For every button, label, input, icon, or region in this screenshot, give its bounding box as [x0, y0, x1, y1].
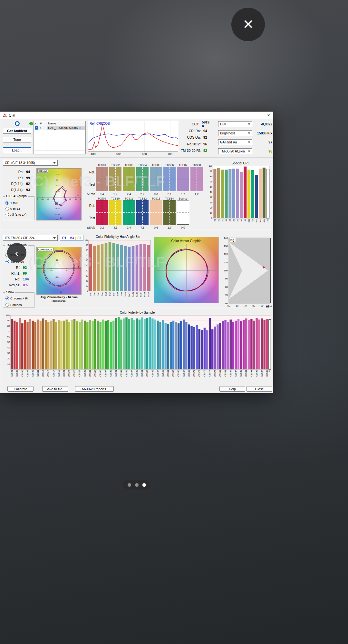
alert-icon: !	[136, 216, 149, 220]
overlay-back-button[interactable]: ‹	[7, 243, 26, 262]
tm30-standard-dropdown[interactable]: IES TM-30 / CIE 224	[3, 235, 58, 241]
dropdown[interactable]: TM-30-20 Rf,skin	[218, 148, 252, 154]
svg-text:CES19: CES19	[58, 370, 60, 377]
close-button[interactable]: Close	[247, 386, 272, 392]
bar-Bin 3	[97, 245, 100, 291]
svg-text:R1: R1	[214, 219, 216, 221]
svg-text:a': a'	[78, 266, 80, 268]
bar-53	[149, 317, 151, 369]
svg-text:60: 60	[210, 186, 213, 188]
window-close-icon[interactable]: ✕	[267, 113, 270, 118]
bar-9	[34, 322, 36, 369]
svg-text:R4: R4	[225, 219, 227, 221]
svg-text:Bin 2: Bin 2	[93, 291, 95, 296]
checkbox-checked-icon[interactable]: ✓	[35, 126, 38, 130]
bar-67	[185, 322, 187, 369]
bar-84	[230, 319, 232, 369]
bar-12	[42, 318, 44, 369]
page-dot-1[interactable]	[128, 483, 131, 487]
summary-stat-row: CRI Ra:94	[161, 128, 212, 134]
svg-text:CES51: CES51	[141, 370, 143, 377]
title-bar[interactable]: CRI ✕	[0, 112, 273, 119]
tcs-delta-value: 0,6	[150, 226, 162, 229]
svg-text:R3: R3	[222, 219, 224, 221]
table-row-empty[interactable]	[34, 151, 85, 154]
tcs-patch-label: TCS08	[190, 163, 203, 167]
bar-R4	[225, 170, 227, 218]
load-button[interactable]: Load...	[3, 147, 31, 153]
cam02-subcaption: (gamut area)	[33, 299, 85, 302]
dropdown[interactable]: Duv	[218, 121, 252, 127]
svg-text:Bin 11: Bin 11	[128, 291, 130, 297]
save-to-file-button[interactable]: Save to file...	[42, 386, 68, 392]
svg-text:CES65: CES65	[177, 370, 179, 377]
preset-button-f2[interactable]: F2	[77, 236, 81, 240]
page-dot-3[interactable]	[142, 483, 146, 487]
status-ring-indicator	[15, 121, 20, 126]
dropdown-selected-value: Duv	[220, 122, 226, 126]
page-dot-2[interactable]	[135, 483, 139, 487]
svg-text:CES27: CES27	[78, 370, 81, 377]
preset-button-v3[interactable]: V3	[70, 236, 74, 240]
tune-button[interactable]: Tune	[3, 137, 31, 142]
svg-text:10: 10	[86, 285, 88, 287]
svg-text:70: 70	[225, 294, 228, 297]
show-option[interactable]: Patches	[5, 302, 22, 307]
bar-66	[183, 319, 185, 369]
summary-stat-value: 94	[203, 129, 207, 133]
svg-text:CES81: CES81	[219, 370, 221, 377]
bar-80	[219, 323, 221, 369]
table-row-empty[interactable]	[34, 146, 85, 151]
preset-button-p1[interactable]: P1	[62, 236, 66, 240]
dropdown[interactable]: GAI and Ra	[218, 139, 252, 145]
table-row-empty[interactable]	[34, 142, 85, 146]
help-button[interactable]: Help	[219, 386, 245, 392]
fidelity-chart-title: Color Fidelity by Sample	[3, 311, 272, 314]
summary-stat-label: Ra,2012:	[161, 142, 201, 146]
bar-R11	[251, 170, 254, 218]
bar-64	[178, 323, 179, 369]
tm30-stat-label: Rcs,h1:	[2, 283, 20, 287]
tcs-delta-value: 1,2	[190, 192, 203, 196]
cielab-chart-svg: -80-60-40-202040608010080604020-20-40-60…	[37, 169, 81, 220]
cielab-graph-option[interactable]: 1 to 8	[5, 200, 18, 205]
summary-stat-label: CCT:	[161, 122, 199, 126]
tcs-patch-tcs06	[163, 167, 176, 191]
tm30-stat-row: Rcs,h1:0%	[2, 282, 37, 288]
bar-5	[24, 320, 26, 369]
bar-85	[232, 322, 234, 369]
overlay-close-button[interactable]: ✕	[231, 8, 265, 41]
table-row-selected[interactable]: ✓1CAL_FL5009R 5000K 9...	[34, 126, 85, 130]
cielab-graph-option[interactable]: All (1 to 14)	[5, 212, 26, 217]
tm30-reports-button[interactable]: TM-30-20 reports...	[75, 386, 114, 392]
table-row-empty[interactable]	[34, 130, 85, 134]
table-row-empty[interactable]	[34, 134, 85, 138]
calibrate-button[interactable]: Calibrate	[7, 386, 34, 392]
get-ambient-button[interactable]: Get Ambient	[3, 128, 31, 134]
tcs-delta-value: 2,4	[123, 226, 135, 229]
svg-text:CES95: CES95	[256, 370, 258, 377]
dropdown[interactable]: Brightness	[218, 130, 252, 136]
svg-text:40: 40	[210, 196, 213, 198]
tcs-delta-value: 3,1	[109, 226, 121, 229]
svg-text:50: 50	[227, 304, 230, 307]
svg-text:100: 100	[6, 315, 10, 317]
show-option[interactable]: Chroma + Ri	[5, 296, 28, 300]
bar-75	[206, 330, 208, 369]
window-title: CRI	[9, 113, 15, 118]
measurement-table[interactable]: x#Name✓1CAL_FL5009R 5000K 9...	[34, 121, 86, 154]
cri-standard-dropdown[interactable]: CRI (CIE 13.3: 1995)	[3, 160, 58, 166]
bar-91	[248, 320, 250, 369]
svg-text:Bin 9: Bin 9	[121, 291, 122, 296]
tcs-delta-value: 0,4	[96, 192, 108, 196]
svg-text:CES21: CES21	[63, 370, 65, 377]
cielab-graph-option[interactable]: 9 to 14	[5, 206, 20, 211]
bar-R13	[259, 169, 262, 218]
svg-text:CES47: CES47	[130, 370, 133, 377]
svg-text:90: 90	[210, 170, 213, 172]
table-row-empty[interactable]	[34, 138, 85, 142]
tcs-patch-label: TCS03	[123, 163, 135, 167]
svg-text:R5: R5	[229, 219, 231, 221]
svg-text:50: 50	[86, 264, 88, 267]
svg-text:CES15: CES15	[47, 370, 49, 377]
